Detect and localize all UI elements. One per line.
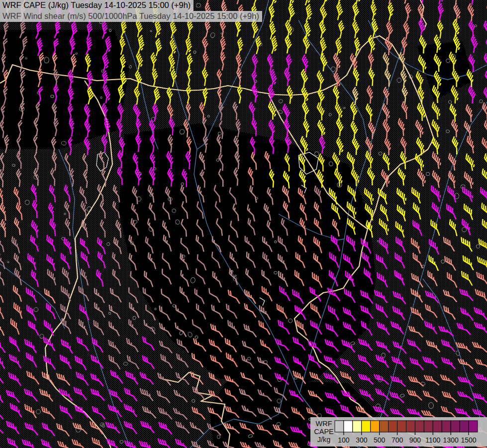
- map-title-cape: WRF CAPE (J/kg) Tuesday 14-10-2025 15:00…: [0, 0, 194, 11]
- legend-header-line: CAPE: [314, 428, 334, 436]
- weather-map: [0, 0, 487, 448]
- legend-tick-label: 900: [409, 436, 421, 444]
- legend-cell: [353, 421, 362, 432]
- map-title-box: WRF CAPE (J/kg) Tuesday 14-10-2025 15:00…: [0, 0, 262, 22]
- legend-cell: [433, 421, 442, 432]
- legend-tick-label: 1100: [425, 436, 440, 444]
- legend-tick-label: 700: [391, 436, 403, 444]
- legend-cell: [371, 421, 380, 432]
- legend-tick-label: 1300: [443, 436, 459, 444]
- legend-cell: [460, 421, 469, 432]
- legend-cell: [442, 421, 451, 432]
- legend-header-line: WRF: [315, 420, 332, 428]
- legend-cell: [406, 421, 415, 432]
- legend-cell: [424, 421, 433, 432]
- legend-header-line: J/kg: [317, 436, 331, 444]
- legend-tick-label: 100: [338, 436, 350, 444]
- map-title-windshear: WRF Wind shear (m/s) 500/1000hPa Tuesday…: [0, 11, 262, 22]
- legend-cell: [451, 421, 460, 432]
- legend-cell: [469, 421, 478, 432]
- legend-tick-label: 300: [356, 436, 368, 444]
- legend-tick-label: 500: [374, 436, 386, 444]
- legend-cell: [344, 421, 353, 432]
- legend-cell: [380, 421, 389, 432]
- legend-cell: [415, 421, 424, 432]
- weather-map-stage: WRF CAPE (J/kg) Tuesday 14-10-2025 15:00…: [0, 0, 487, 448]
- legend-cell: [389, 421, 397, 432]
- legend-cell: [335, 421, 344, 432]
- legend-cell: [362, 421, 371, 432]
- cape-legend: WRFCAPEJ/kg100300500700900110013001500: [310, 417, 487, 447]
- legend-tick-label: 1500: [461, 436, 476, 444]
- legend-cell: [397, 421, 406, 432]
